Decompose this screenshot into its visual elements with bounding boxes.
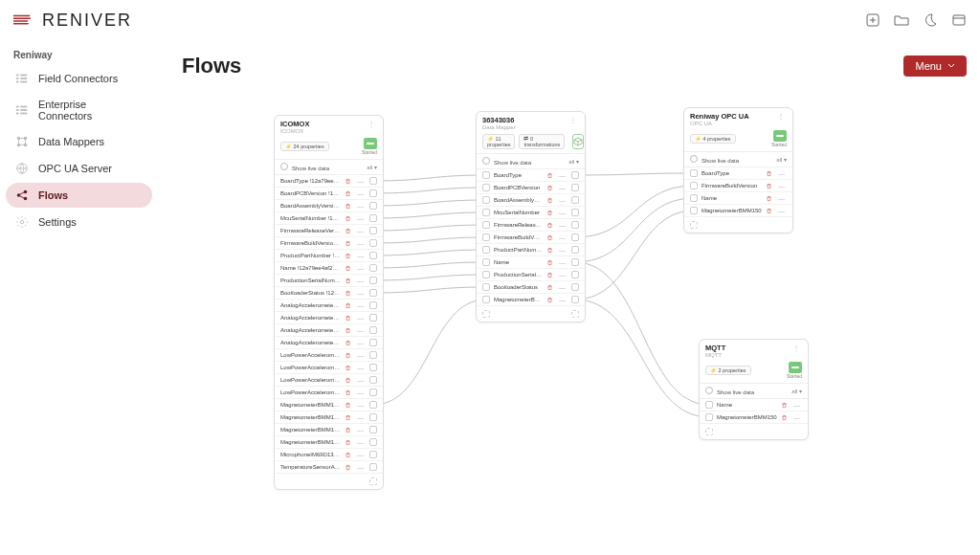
- delete-icon[interactable]: [345, 389, 351, 396]
- sidebar-item-settings[interactable]: Settings: [6, 210, 152, 234]
- delete-icon[interactable]: [546, 234, 553, 241]
- more-icon[interactable]: ⋮: [791, 344, 802, 352]
- collapse-icon[interactable]: —: [355, 427, 366, 433]
- collapse-icon[interactable]: —: [355, 253, 366, 259]
- output-port[interactable]: [369, 451, 377, 458]
- panel-icon[interactable]: [951, 12, 967, 28]
- delete-icon[interactable]: [345, 178, 351, 185]
- delete-icon[interactable]: [546, 272, 553, 278]
- output-port[interactable]: [369, 189, 377, 197]
- delete-icon[interactable]: [345, 265, 351, 272]
- collapse-icon[interactable]: —: [557, 297, 568, 303]
- delete-icon[interactable]: [345, 315, 351, 322]
- collapse-icon[interactable]: —: [355, 414, 366, 421]
- input-port[interactable]: [482, 296, 490, 303]
- output-port[interactable]: [369, 388, 377, 396]
- collapse-icon[interactable]: —: [557, 197, 568, 204]
- delete-icon[interactable]: [345, 352, 351, 359]
- collapse-icon[interactable]: —: [355, 464, 366, 471]
- collapse-icon[interactable]: —: [355, 203, 366, 210]
- output-port[interactable]: [571, 258, 579, 266]
- delete-icon[interactable]: [766, 183, 772, 189]
- output-port[interactable]: [571, 233, 579, 241]
- collapse-icon[interactable]: —: [355, 228, 366, 234]
- output-port[interactable]: [369, 264, 377, 272]
- delete-icon[interactable]: [345, 228, 351, 234]
- collapse-icon[interactable]: —: [557, 247, 568, 254]
- delete-icon[interactable]: [766, 170, 772, 177]
- output-port[interactable]: [369, 177, 377, 185]
- output-port[interactable]: [571, 209, 579, 216]
- menu-button[interactable]: Menu: [903, 56, 967, 77]
- collapse-icon[interactable]: —: [355, 365, 366, 371]
- more-icon[interactable]: ⋮: [568, 116, 579, 124]
- input-port[interactable]: [690, 169, 698, 177]
- collapse-icon[interactable]: —: [355, 215, 366, 222]
- output-port[interactable]: [369, 463, 377, 471]
- collapse-icon[interactable]: —: [557, 259, 568, 266]
- flow-node-reniway-opc-ua[interactable]: Reniway OPC UAOPC UA⋮⚡ 4 propertiesStart…: [683, 107, 793, 233]
- output-port[interactable]: [369, 301, 377, 309]
- output-port[interactable]: [369, 339, 377, 346]
- input-port[interactable]: [482, 271, 490, 278]
- filter-dropdown[interactable]: all ▾: [367, 164, 377, 170]
- add-input-port[interactable]: [482, 310, 490, 318]
- delete-icon[interactable]: [766, 195, 772, 202]
- collapse-icon[interactable]: —: [355, 178, 366, 185]
- input-port[interactable]: [482, 246, 490, 254]
- save-icon[interactable]: [865, 12, 880, 28]
- output-port[interactable]: [571, 196, 579, 204]
- flow-node-36343036[interactable]: 36343036Data Mapper⋮⚡ 11 properties⇄ 0 t…: [476, 111, 586, 322]
- output-port[interactable]: [369, 413, 377, 421]
- output-port[interactable]: [571, 184, 579, 191]
- moon-icon[interactable]: [923, 12, 938, 28]
- input-port[interactable]: [482, 196, 490, 204]
- input-port[interactable]: [705, 413, 713, 421]
- collapse-icon[interactable]: —: [776, 195, 787, 202]
- add-property-row[interactable]: [700, 424, 808, 439]
- output-port[interactable]: [369, 277, 377, 284]
- collapse-icon[interactable]: —: [355, 439, 366, 446]
- collapse-icon[interactable]: —: [355, 402, 366, 409]
- output-port[interactable]: [571, 221, 579, 229]
- add-output-port[interactable]: [369, 477, 377, 485]
- output-port[interactable]: [369, 438, 377, 446]
- output-port[interactable]: [369, 252, 377, 259]
- add-input-port[interactable]: [705, 428, 713, 435]
- input-port[interactable]: [482, 258, 490, 266]
- collapse-icon[interactable]: —: [557, 185, 568, 191]
- delete-icon[interactable]: [345, 290, 351, 297]
- output-port[interactable]: [369, 426, 377, 433]
- collapse-icon[interactable]: —: [355, 389, 366, 396]
- add-output-port[interactable]: [571, 310, 579, 318]
- collapse-icon[interactable]: —: [776, 183, 787, 189]
- output-port[interactable]: [369, 326, 377, 334]
- collapse-icon[interactable]: —: [355, 452, 366, 458]
- delete-icon[interactable]: [781, 414, 788, 421]
- collapse-icon[interactable]: —: [557, 210, 568, 216]
- delete-icon[interactable]: [345, 240, 351, 247]
- collapse-icon[interactable]: —: [355, 278, 366, 284]
- output-port[interactable]: [369, 351, 377, 359]
- collapse-icon[interactable]: —: [557, 222, 568, 229]
- collapse-icon[interactable]: —: [355, 302, 366, 309]
- filter-dropdown[interactable]: all ▾: [791, 388, 802, 394]
- show-live-data-row[interactable]: Show live dataall ▾: [477, 154, 585, 169]
- folder-open-icon[interactable]: [894, 12, 909, 28]
- delete-icon[interactable]: [345, 278, 351, 284]
- collapse-icon[interactable]: —: [355, 315, 366, 322]
- delete-icon[interactable]: [345, 253, 351, 259]
- output-port[interactable]: [369, 314, 377, 322]
- collapse-icon[interactable]: —: [355, 377, 366, 384]
- output-port[interactable]: [571, 171, 579, 179]
- show-live-data-row[interactable]: Show live dataall ▾: [684, 152, 792, 167]
- output-port[interactable]: [369, 401, 377, 409]
- output-port[interactable]: [369, 364, 377, 371]
- show-live-data-row[interactable]: Show live dataall ▾: [275, 160, 383, 175]
- input-port[interactable]: [482, 184, 490, 191]
- delete-icon[interactable]: [766, 208, 772, 214]
- output-port[interactable]: [369, 376, 377, 384]
- delete-icon[interactable]: [345, 340, 351, 346]
- collapse-icon[interactable]: —: [355, 265, 366, 272]
- input-port[interactable]: [482, 171, 490, 179]
